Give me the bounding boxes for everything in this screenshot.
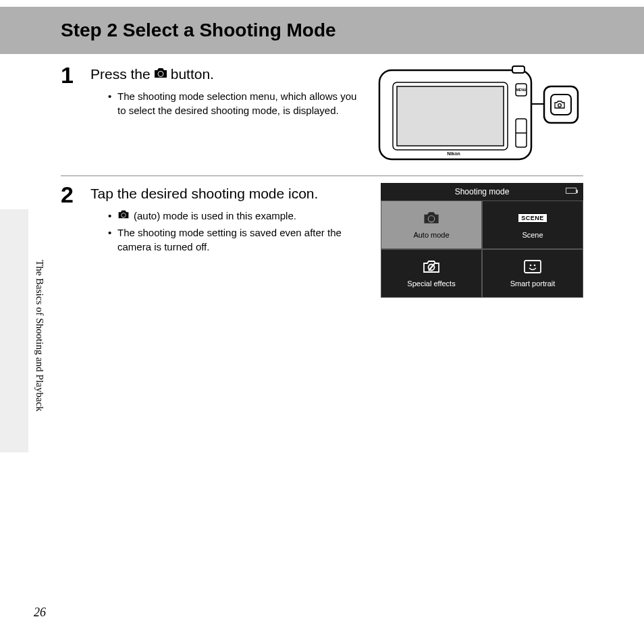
mode-label: Special effects bbox=[407, 279, 455, 288]
svg-rect-17 bbox=[525, 261, 541, 273]
mode-auto[interactable]: Auto mode bbox=[381, 200, 482, 249]
step-1: 1 Press the button. The shooti bbox=[61, 63, 360, 120]
svg-point-18 bbox=[530, 265, 532, 267]
svg-point-14 bbox=[122, 213, 126, 218]
svg-text:Nikon: Nikon bbox=[447, 151, 460, 156]
scene-icon: SCENE bbox=[518, 211, 547, 225]
camera-icon bbox=[117, 209, 130, 223]
battery-icon bbox=[566, 188, 576, 194]
svg-point-0 bbox=[158, 72, 163, 77]
step-number: 1 bbox=[61, 63, 80, 86]
camera-icon bbox=[153, 66, 168, 82]
mode-label: Smart portrait bbox=[510, 279, 556, 288]
svg-text:MENU: MENU bbox=[516, 88, 527, 92]
mode-special-effects[interactable]: Special effects bbox=[381, 249, 482, 298]
svg-rect-4 bbox=[512, 66, 525, 73]
svg-point-19 bbox=[534, 265, 536, 267]
smart-portrait-icon bbox=[523, 259, 542, 274]
step-number: 2 bbox=[61, 183, 80, 206]
camera-illustration: MENU Nikon bbox=[374, 63, 583, 165]
shooting-mode-menu: Shooting mode Auto mode SCENE bbox=[381, 183, 583, 298]
page-header: Step 2 Select a Shooting Mode bbox=[0, 7, 644, 54]
svg-point-15 bbox=[428, 215, 434, 221]
divider bbox=[61, 176, 583, 176]
mode-smart-portrait[interactable]: Smart portrait bbox=[482, 249, 583, 298]
page-title: Step 2 Select a Shooting Mode bbox=[61, 20, 336, 41]
mode-label: Auto mode bbox=[413, 231, 449, 239]
step-1-bullets: The shooting mode selection menu, which … bbox=[90, 89, 360, 117]
step-2: 2 Tap the desired shooting mode icon. (a bbox=[61, 183, 367, 257]
mode-label: Scene bbox=[522, 231, 543, 239]
side-tab bbox=[0, 209, 28, 452]
mode-menu-title-bar: Shooting mode bbox=[381, 183, 583, 200]
svg-rect-3 bbox=[397, 86, 504, 146]
step-2-bullets: (auto) mode is used in this example. The… bbox=[90, 209, 367, 254]
special-effects-icon bbox=[422, 259, 441, 274]
mode-menu-title: Shooting mode bbox=[455, 187, 510, 196]
mode-scene[interactable]: SCENE Scene bbox=[482, 200, 583, 249]
page-number: 26 bbox=[34, 606, 46, 620]
step-2-title: Tap the desired shooting mode icon. bbox=[90, 186, 367, 202]
section-label: The Basics of Shooting and Playback bbox=[34, 260, 45, 412]
step-1-title: Press the button. bbox=[90, 66, 360, 82]
camera-icon bbox=[423, 211, 440, 225]
